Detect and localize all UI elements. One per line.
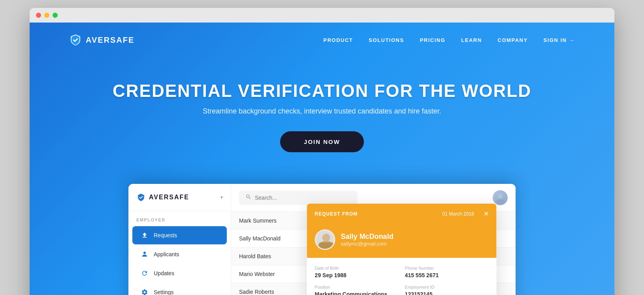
sidebar-item-settings[interactable]: Settings (132, 283, 227, 295)
join-now-button[interactable]: JOIN NOW (280, 131, 364, 152)
sidebar-shield-icon (136, 193, 146, 202)
person-name: Sally McDonald (341, 233, 394, 241)
svg-point-0 (143, 252, 146, 254)
person-icon (140, 250, 149, 259)
sidebar-header: AVERSAFE ▾ (128, 184, 231, 211)
svg-point-2 (496, 199, 504, 204)
phone-label: Phone Number (405, 266, 489, 270)
close-icon[interactable]: ✕ (484, 210, 489, 217)
request-from-label: REQUEST FROM (315, 211, 358, 217)
avatar-image (493, 190, 508, 205)
svg-rect-6 (319, 242, 333, 250)
nav-company[interactable]: COMPANY (498, 37, 528, 43)
sidebar-item-settings-label: Settings (154, 289, 174, 295)
dob-value: 29 Sep 1988 (315, 272, 399, 278)
gear-icon (140, 288, 149, 295)
person-avatar (315, 229, 335, 250)
app-demo-container: AVERSAFE ▾ EMPLOYER Requests (30, 184, 614, 295)
upload-icon (140, 231, 149, 240)
applicant-name: Mario Webster (239, 271, 310, 277)
applicant-name: Harold Bates (239, 253, 310, 259)
svg-point-4 (322, 234, 330, 242)
sidebar-logo[interactable]: AVERSAFE (136, 193, 189, 202)
website: AVERSAFE PRODUCT SOLUTIONS PRICING LEARN… (30, 23, 614, 295)
applicant-name: Mark Summers (239, 217, 310, 224)
minimize-dot[interactable] (44, 13, 49, 18)
applicant-name: Sally MacDonald (239, 235, 310, 242)
sidebar-item-updates[interactable]: Updates (132, 264, 227, 282)
person-info: Sally McDonald sallymc@gmail.com (341, 233, 394, 247)
browser-chrome (30, 8, 614, 23)
maximize-dot[interactable] (53, 13, 58, 18)
employment-id-value: 123152145 (405, 291, 489, 295)
sidebar-item-applicants[interactable]: Applicants (132, 245, 227, 263)
employer-section-label: EMPLOYER (128, 211, 231, 225)
hero-title: CREDENTIAL VERIFICATION FOR THE WORLD (38, 81, 606, 101)
top-nav: AVERSAFE PRODUCT SOLUTIONS PRICING LEARN… (30, 23, 614, 57)
logo-shield-icon (69, 34, 82, 46)
request-panel: REQUEST FROM 01 March 2018 ✕ (307, 204, 497, 295)
sidebar-item-requests[interactable]: Requests (132, 226, 227, 244)
phone-group: Phone Number 415 555 2671 (405, 266, 489, 278)
logo-area[interactable]: AVERSAFE (69, 34, 134, 46)
close-dot[interactable] (36, 13, 41, 18)
hero-section: CREDENTIAL VERIFICATION FOR THE WORLD St… (30, 57, 614, 184)
refresh-icon (140, 269, 149, 278)
employment-id-label: Employment ID (405, 285, 489, 289)
position-group: Position Marketing Communications Manage… (315, 285, 399, 295)
person-avatar-image (316, 231, 335, 250)
request-details: Date of Birth 29 Sep 1988 Phone Number 4… (307, 258, 497, 295)
request-person-section: Sally McDonald sallymc@gmail.com (307, 224, 497, 258)
nav-pricing[interactable]: PRICING (420, 37, 446, 43)
phone-value: 415 555 2671 (405, 272, 489, 278)
nav-signin[interactable]: SIGN IN → (544, 37, 575, 43)
applicant-name: Sadie Roberts (239, 289, 310, 295)
chevron-down-icon[interactable]: ▾ (220, 195, 223, 200)
search-icon (245, 194, 252, 202)
sidebar-item-applicants-label: Applicants (154, 251, 179, 257)
nav-learn[interactable]: LEARN (461, 37, 482, 43)
position-label: Position (315, 285, 399, 289)
nav-product[interactable]: PRODUCT (324, 37, 353, 43)
request-panel-header: REQUEST FROM 01 March 2018 ✕ (307, 204, 497, 224)
position-value: Marketing Communications Manager (315, 291, 399, 295)
user-avatar[interactable] (493, 190, 508, 205)
search-box[interactable] (239, 191, 358, 205)
dob-group: Date of Birth 29 Sep 1988 (315, 266, 399, 278)
sidebar-item-requests-label: Requests (154, 232, 177, 238)
employment-id-group: Employment ID 123152145 (405, 285, 489, 295)
sidebar-item-updates-label: Updates (154, 270, 174, 276)
nav-solutions[interactable]: SOLUTIONS (369, 37, 404, 43)
browser-window: AVERSAFE PRODUCT SOLUTIONS PRICING LEARN… (30, 8, 614, 295)
nav-links: PRODUCT SOLUTIONS PRICING LEARN COMPANY … (324, 37, 575, 43)
hero-subtitle: Streamline background checks, interview … (38, 107, 606, 115)
sidebar: AVERSAFE ▾ EMPLOYER Requests (128, 184, 231, 295)
request-date: 01 March 2018 (443, 211, 474, 217)
sidebar-logo-text: AVERSAFE (149, 194, 189, 201)
search-input[interactable] (255, 195, 351, 201)
svg-point-1 (498, 194, 503, 199)
dob-label: Date of Birth (315, 266, 399, 270)
logo-text: AVERSAFE (86, 36, 134, 45)
person-email: sallymc@gmail.com (341, 241, 394, 247)
